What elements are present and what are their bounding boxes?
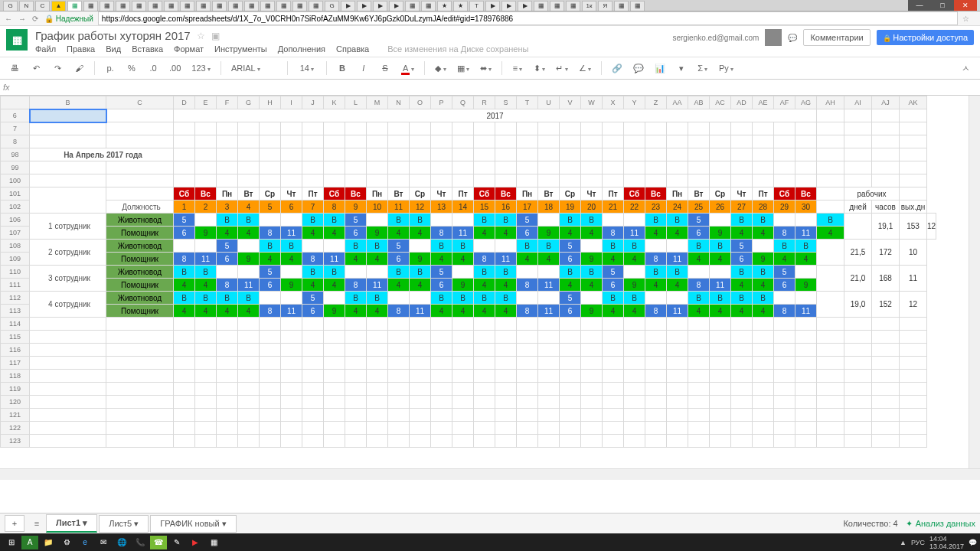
- menu-tools[interactable]: Инструменты: [214, 44, 267, 54]
- cell[interactable]: [817, 344, 844, 357]
- cell[interactable]: [431, 370, 452, 383]
- cell[interactable]: [345, 148, 367, 161]
- column-header[interactable]: L: [345, 96, 367, 109]
- cell[interactable]: [324, 396, 345, 409]
- cell[interactable]: [872, 109, 900, 122]
- cell[interactable]: [817, 422, 844, 435]
- cell[interactable]: [260, 135, 281, 148]
- cell[interactable]: 4: [560, 279, 581, 292]
- cell[interactable]: [844, 122, 872, 135]
- browser-tab[interactable]: ▶: [389, 1, 403, 11]
- cell[interactable]: 29: [774, 201, 795, 214]
- row-header[interactable]: 114: [1, 318, 30, 331]
- column-header[interactable]: AH: [817, 96, 844, 109]
- cell[interactable]: В: [345, 240, 367, 253]
- cell[interactable]: 5: [260, 201, 281, 214]
- doc-title[interactable]: График работы хуторян 2017: [35, 29, 191, 42]
- cell[interactable]: 9: [624, 279, 645, 292]
- cell[interactable]: [538, 318, 560, 331]
- cell[interactable]: [388, 344, 410, 357]
- cell[interactable]: 5: [560, 292, 581, 305]
- cell[interactable]: [238, 122, 260, 135]
- currency-button[interactable]: р.: [102, 62, 119, 74]
- taskbar-app[interactable]: ⚙: [58, 536, 75, 549]
- cell[interactable]: [710, 344, 731, 357]
- row-header[interactable]: 121: [1, 409, 30, 422]
- tray-lang[interactable]: РУС: [911, 539, 925, 546]
- cell[interactable]: [774, 122, 795, 135]
- cell[interactable]: [603, 174, 624, 187]
- cell[interactable]: [731, 161, 753, 174]
- cell[interactable]: [753, 383, 774, 396]
- cell[interactable]: В: [174, 292, 195, 305]
- cell[interactable]: [174, 331, 195, 344]
- cell[interactable]: 12: [927, 214, 936, 240]
- column-header[interactable]: Y: [624, 96, 645, 109]
- menu-edit[interactable]: Правка: [67, 44, 95, 54]
- star-icon[interactable]: ☆: [197, 31, 205, 41]
- row-header[interactable]: 108: [1, 240, 30, 253]
- cell[interactable]: [302, 122, 324, 135]
- cell[interactable]: [688, 122, 710, 135]
- column-header[interactable]: AK: [900, 96, 927, 109]
- cell[interactable]: [431, 435, 452, 448]
- cell[interactable]: [260, 344, 281, 357]
- cell[interactable]: [645, 240, 667, 253]
- cell[interactable]: 21: [603, 201, 624, 214]
- cell[interactable]: [560, 318, 581, 331]
- cell[interactable]: [688, 161, 710, 174]
- cell[interactable]: [517, 370, 538, 383]
- cell[interactable]: [281, 344, 302, 357]
- browser-tab[interactable]: ▶: [357, 1, 371, 11]
- column-header[interactable]: H: [260, 96, 281, 109]
- cell[interactable]: 11: [410, 305, 431, 318]
- bold-button[interactable]: B: [334, 62, 351, 74]
- cell[interactable]: [710, 396, 731, 409]
- cell[interactable]: 27: [731, 201, 753, 214]
- cell[interactable]: [174, 161, 195, 174]
- cell[interactable]: [844, 318, 872, 331]
- cell[interactable]: 6: [345, 227, 367, 240]
- cell[interactable]: В: [238, 292, 260, 305]
- cell[interactable]: [731, 148, 753, 161]
- cell[interactable]: 4: [431, 253, 452, 266]
- cell[interactable]: [345, 318, 367, 331]
- tray-notifications-icon[interactable]: 💬: [969, 539, 977, 546]
- cell[interactable]: Вс: [195, 187, 217, 201]
- cell[interactable]: [324, 122, 345, 135]
- cell[interactable]: [645, 174, 667, 187]
- menu-addons[interactable]: Дополнения: [278, 44, 325, 54]
- taskbar-app[interactable]: ▶: [187, 536, 204, 549]
- cell[interactable]: 4: [581, 227, 603, 240]
- row-header[interactable]: 99: [1, 161, 30, 174]
- cell[interactable]: [238, 174, 260, 187]
- cell[interactable]: [844, 331, 872, 344]
- cell[interactable]: [431, 135, 452, 148]
- cell[interactable]: [302, 331, 324, 344]
- cell[interactable]: [774, 422, 795, 435]
- cell[interactable]: [538, 122, 560, 135]
- cell[interactable]: [345, 357, 367, 370]
- cell[interactable]: [410, 383, 431, 396]
- cell[interactable]: [410, 135, 431, 148]
- filter-icon[interactable]: ▾: [673, 62, 690, 75]
- cell[interactable]: [538, 161, 560, 174]
- cell[interactable]: 5: [388, 240, 410, 253]
- cell[interactable]: [410, 292, 431, 305]
- cell[interactable]: [817, 435, 844, 448]
- cell[interactable]: 5: [774, 266, 795, 279]
- cell[interactable]: В: [410, 266, 431, 279]
- cell[interactable]: [238, 331, 260, 344]
- browser-tab[interactable]: ▦: [164, 1, 178, 11]
- cell[interactable]: В: [431, 240, 452, 253]
- cell[interactable]: [452, 396, 474, 409]
- browser-tab[interactable]: ▶: [518, 1, 532, 11]
- cell[interactable]: [324, 383, 345, 396]
- cell[interactable]: 11: [195, 253, 217, 266]
- cell[interactable]: [302, 318, 324, 331]
- cell[interactable]: [345, 174, 367, 187]
- print-icon[interactable]: 🖶: [6, 62, 23, 74]
- cell[interactable]: [431, 318, 452, 331]
- cell[interactable]: [106, 344, 174, 357]
- halign-button[interactable]: ≡: [509, 62, 526, 74]
